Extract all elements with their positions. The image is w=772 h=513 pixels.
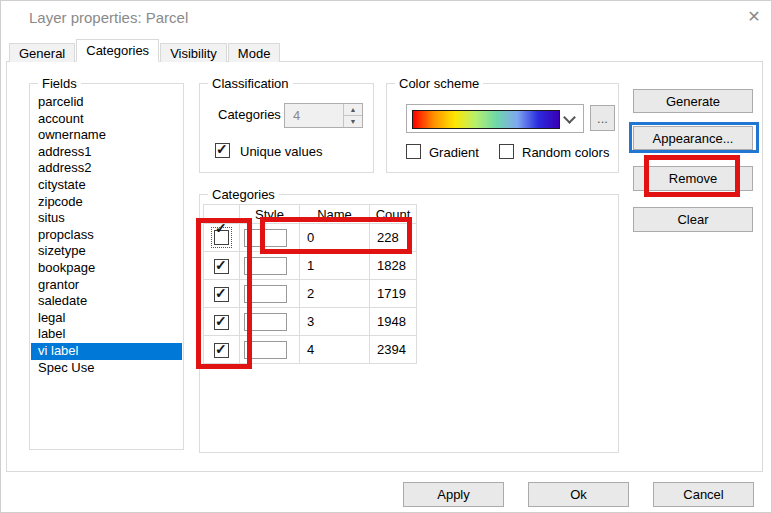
appearance-button[interactable]: Appearance...: [633, 126, 753, 150]
check-icon: ✓: [215, 285, 227, 301]
row-checkbox[interactable]: ✓: [214, 230, 229, 245]
field-item[interactable]: situs: [31, 210, 182, 227]
spinner-arrows: ▲ ▼: [343, 104, 362, 127]
name-column-header: Name: [300, 205, 370, 224]
row-checkbox[interactable]: ✓: [214, 287, 229, 302]
gradient-checkbox[interactable]: ✓: [406, 144, 421, 159]
field-item[interactable]: grantor: [31, 277, 182, 294]
field-item[interactable]: ownername: [31, 127, 182, 144]
field-item[interactable]: propclass: [31, 227, 182, 244]
color-scheme-more-button[interactable]: ...: [590, 105, 615, 131]
layer-properties-dialog: Layer properties: Parcel ✕ General Categ…: [0, 0, 772, 513]
table-header-row: Style Name Count: [204, 205, 417, 224]
category-count: 1719: [370, 280, 417, 308]
count-column-header: Count: [370, 205, 417, 224]
check-icon: ✓: [215, 313, 227, 329]
category-name: 1: [300, 252, 370, 280]
category-count: 228: [370, 224, 417, 252]
random-colors-label: Random colors: [522, 145, 609, 160]
category-count: 2394: [370, 336, 417, 364]
row-checkbox[interactable]: ✓: [214, 343, 229, 358]
table-row: ✓ 1 1828: [204, 252, 417, 280]
category-name: 0: [300, 224, 370, 252]
style-swatch[interactable]: [244, 341, 287, 359]
categories-count-label: Categories: [218, 107, 281, 122]
field-item[interactable]: address1: [31, 144, 182, 161]
random-colors-checkbox[interactable]: ✓: [499, 144, 514, 159]
apply-button[interactable]: Apply: [403, 482, 504, 507]
field-item[interactable]: parcelid: [31, 94, 182, 111]
check-icon: ✓: [216, 141, 228, 157]
spinner-up-icon[interactable]: ▲: [344, 104, 362, 116]
color-scheme-preview: [412, 110, 560, 129]
table-row: ✓ 0 228: [204, 224, 417, 252]
fields-list: parcelid account ownername address1 addr…: [31, 94, 182, 376]
chevron-down-icon: [563, 111, 576, 124]
categories-group-label: Categories: [208, 187, 279, 202]
field-item[interactable]: address2: [31, 160, 182, 177]
fields-group-label: Fields: [38, 76, 81, 91]
categories-count-spinner: 4 ▲ ▼: [284, 103, 363, 128]
tab-mode[interactable]: Mode: [228, 43, 281, 62]
clear-button[interactable]: Clear: [633, 207, 753, 232]
tab-strip: General Categories Visibility Mode: [9, 39, 281, 62]
table-row: ✓ 4 2394: [204, 336, 417, 364]
tab-general[interactable]: General: [9, 43, 75, 62]
unique-values-checkbox[interactable]: ✓: [215, 143, 230, 158]
gradient-label: Gradient: [429, 145, 479, 160]
color-scheme-dropdown[interactable]: [406, 104, 584, 133]
tab-visibility[interactable]: Visibility: [160, 43, 227, 62]
style-swatch[interactable]: [244, 229, 287, 247]
field-item[interactable]: label: [31, 326, 182, 343]
check-icon: ✓: [215, 341, 227, 357]
category-name: 4: [300, 336, 370, 364]
field-item[interactable]: bookpage: [31, 260, 182, 277]
field-item[interactable]: sizetype: [31, 243, 182, 260]
field-item[interactable]: account: [31, 111, 182, 128]
close-icon[interactable]: ✕: [742, 4, 766, 28]
table-row: ✓ 3 1948: [204, 308, 417, 336]
table-row: ✓ 2 1719: [204, 280, 417, 308]
category-count: 1828: [370, 252, 417, 280]
category-count: 1948: [370, 308, 417, 336]
unique-values-label: Unique values: [240, 144, 322, 159]
field-item[interactable]: citystate: [31, 177, 182, 194]
spinner-down-icon[interactable]: ▼: [344, 116, 362, 127]
remove-button[interactable]: Remove: [633, 166, 753, 191]
field-item[interactable]: Spec Use: [31, 360, 182, 377]
field-item[interactable]: saledate: [31, 293, 182, 310]
style-swatch[interactable]: [244, 257, 287, 275]
classification-group-label: Classification: [208, 76, 293, 91]
categories-table: Style Name Count ✓ 0 228 ✓ 1 1828 ✓ 2 17…: [203, 204, 417, 364]
dialog-title: Layer properties: Parcel: [29, 9, 188, 26]
field-item[interactable]: zipcode: [31, 194, 182, 211]
cancel-button[interactable]: Cancel: [653, 482, 754, 507]
focus-ring: ✓: [211, 227, 232, 248]
style-swatch[interactable]: [244, 313, 287, 331]
tab-categories[interactable]: Categories: [76, 39, 159, 62]
check-icon: ✓: [215, 257, 227, 273]
categories-count-value: 4: [293, 108, 300, 123]
row-checkbox[interactable]: ✓: [214, 259, 229, 274]
ok-button[interactable]: Ok: [528, 482, 629, 507]
classification-group: Classification: [199, 83, 374, 173]
style-swatch[interactable]: [244, 285, 287, 303]
style-column-header: Style: [240, 205, 300, 224]
field-item-selected[interactable]: vi label: [31, 343, 182, 360]
generate-button[interactable]: Generate: [633, 89, 753, 113]
category-name: 3: [300, 308, 370, 336]
category-name: 2: [300, 280, 370, 308]
row-checkbox[interactable]: ✓: [214, 315, 229, 330]
color-scheme-group-label: Color scheme: [395, 76, 483, 91]
field-item[interactable]: legal: [31, 310, 182, 327]
